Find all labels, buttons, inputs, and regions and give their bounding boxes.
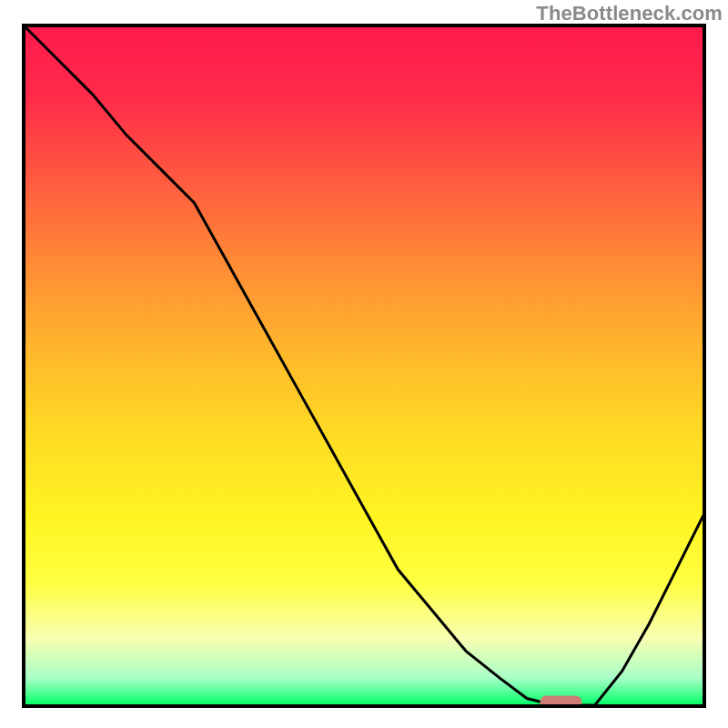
watermark-text: TheBottleneck.com — [536, 2, 723, 25]
chart-container: TheBottleneck.com — [0, 0, 728, 728]
gradient-background — [25, 26, 703, 705]
bottleneck-chart — [22, 24, 706, 708]
